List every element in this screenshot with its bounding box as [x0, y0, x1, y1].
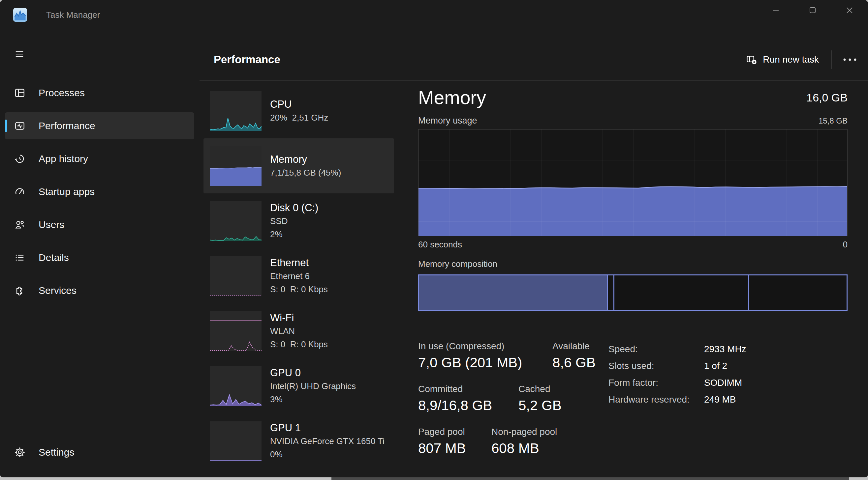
sidebar-item-label: Services [39, 285, 76, 296]
perf-item-stats: 20% 2,51 GHz [270, 111, 328, 124]
stat-in-use: In use (Compressed) 7,0 GB (201 MB) [418, 341, 522, 371]
memory-title: Memory [418, 87, 486, 108]
memory-usage-x-axis: 60 seconds 0 [418, 240, 847, 250]
perf-item-title: Ethernet [270, 256, 328, 270]
perf-item-title: GPU 0 [270, 366, 356, 379]
details-list-icon [13, 251, 26, 264]
perf-item-stats: Ethernet 6 [270, 270, 328, 283]
hamburger-icon [14, 49, 25, 59]
task-manager-app-icon [13, 8, 27, 22]
perf-item-meta: Wi-Fi WLAN S: 0 R: 0 Kbps [270, 311, 328, 351]
sidebar-item-services[interactable]: Services [5, 277, 194, 304]
memory-usage-chart [418, 129, 847, 236]
sidebar-item-startup-apps[interactable]: Startup apps [5, 178, 194, 205]
perf-item-meta: GPU 0 Intel(R) UHD Graphics 3% [270, 366, 356, 406]
sidebar-item-app-history[interactable]: App history [5, 145, 194, 172]
close-icon [846, 7, 853, 14]
disk-sparkline [210, 201, 261, 241]
perf-item-stats: 0% [270, 448, 384, 461]
perf-item-gpu0[interactable]: GPU 0 Intel(R) UHD Graphics 3% [204, 358, 394, 413]
perf-item-meta: GPU 1 NVIDIA GeForce GTX 1650 Ti 0% [270, 421, 384, 461]
sidebar: Processes Performance App history S [0, 30, 199, 477]
memory-composition-bar [418, 274, 847, 311]
sidebar-item-label: Startup apps [39, 186, 95, 197]
titlebar: Task Manager [0, 0, 868, 30]
x-axis-left-label: 60 seconds [418, 240, 462, 250]
window-title: Task Manager [46, 10, 100, 20]
perf-item-title: Memory [270, 153, 341, 166]
sidebar-item-label: Users [39, 219, 64, 230]
perf-item-memory[interactable]: Memory 7,1/15,8 GB (45%) [204, 138, 394, 194]
sidebar-items: Processes Performance App history S [5, 79, 194, 310]
run-new-task-icon [746, 54, 757, 66]
perf-item-title: GPU 1 [270, 421, 384, 435]
run-new-task-button[interactable]: Run new task [740, 50, 825, 70]
sidebar-item-processes[interactable]: Processes [5, 79, 194, 106]
memory-stats: In use (Compressed) 7,0 GB (201 MB) Avai… [418, 341, 847, 466]
maximize-button[interactable] [794, 0, 831, 21]
perf-item-wifi[interactable]: Wi-Fi WLAN S: 0 R: 0 Kbps [204, 303, 394, 358]
memory-usage-label: Memory usage [418, 116, 477, 126]
sidebar-item-performance[interactable]: Performance [5, 112, 194, 139]
stat-cached: Cached 5,2 GB [519, 384, 562, 413]
sidebar-item-settings[interactable]: Settings [5, 439, 194, 466]
perf-item-stats: 7,1/15,8 GB (45%) [270, 166, 341, 179]
perf-item-stats: NVIDIA GeForce GTX 1650 Ti [270, 435, 384, 448]
sidebar-item-users[interactable]: Users [5, 211, 194, 238]
perf-item-title: Disk 0 (C:) [270, 201, 318, 214]
task-manager-window: Task Manager Processes [0, 0, 868, 477]
stat-paged-pool: Paged pool 807 MB [418, 426, 466, 456]
perf-item-meta: Memory 7,1/15,8 GB (45%) [270, 153, 341, 179]
stat-committed: Committed 8,9/16,8 GB [418, 384, 492, 413]
perf-item-stats: S: 0 R: 0 Kbps [270, 338, 328, 351]
selected-indicator [5, 119, 7, 132]
sidebar-bottom: Settings [5, 439, 194, 472]
ethernet-sparkline [210, 256, 261, 296]
history-icon [13, 152, 26, 165]
detail-label: Form factor: [609, 378, 704, 388]
perf-item-meta: Ethernet Ethernet 6 S: 0 R: 0 Kbps [270, 256, 328, 296]
stat-available: Available 8,6 GB [552, 341, 596, 371]
memory-detail-panel: Memory 16,0 GB Memory usage 15,8 GB 60 s… [418, 83, 847, 466]
gpu0-sparkline [210, 366, 261, 406]
window-controls [757, 0, 868, 21]
perf-item-title: CPU [270, 98, 328, 111]
sidebar-item-details[interactable]: Details [5, 244, 194, 271]
performance-device-list: CPU 20% 2,51 GHz Memory 7,1/15,8 GB (45%… [204, 83, 394, 469]
close-button[interactable] [831, 0, 868, 21]
perf-item-ethernet[interactable]: Ethernet Ethernet 6 S: 0 R: 0 Kbps [204, 248, 394, 303]
perf-item-gpu1[interactable]: GPU 1 NVIDIA GeForce GTX 1650 Ti 0% [204, 413, 394, 469]
processes-icon [13, 87, 26, 99]
gpu1-sparkline [210, 421, 261, 461]
performance-content: CPU 20% 2,51 GHz Memory 7,1/15,8 GB (45%… [199, 81, 868, 477]
minimize-button[interactable] [757, 0, 794, 21]
perf-item-stats: SSD [270, 214, 318, 228]
perf-item-stats: WLAN [270, 324, 328, 338]
memory-detail-header: Memory 16,0 GB [418, 87, 847, 108]
ellipsis-icon [843, 58, 857, 62]
x-axis-right-label: 0 [843, 240, 847, 250]
users-icon [13, 218, 26, 231]
memory-composition-segment-standby [614, 275, 749, 310]
sidebar-item-label: Performance [39, 120, 95, 132]
header-divider [831, 50, 832, 69]
memory-composition-segment-free [749, 275, 846, 310]
memory-composition-segment-in-use [419, 275, 608, 310]
memory-hardware-details: Speed: 2933 MHz Slots used: 1 of 2 Form … [609, 344, 746, 405]
perf-item-stats: 2% [270, 228, 318, 241]
sidebar-item-label: Processes [39, 87, 85, 99]
perf-item-disk0[interactable]: Disk 0 (C:) SSD 2% [204, 194, 394, 248]
detail-label: Hardware reserved: [609, 395, 704, 405]
sidebar-item-label: Settings [39, 447, 74, 458]
detail-value: 2933 MHz [704, 344, 746, 354]
gear-icon [13, 446, 26, 458]
main-panel: Performance Run new task [199, 30, 868, 477]
more-options-button[interactable] [838, 50, 861, 69]
memory-usage-scale-max: 15,8 GB [818, 116, 847, 126]
page-header: Performance Run new task [199, 30, 868, 81]
perf-item-cpu[interactable]: CPU 20% 2,51 GHz [204, 83, 394, 138]
startup-icon [13, 185, 26, 198]
menu-toggle-button[interactable] [9, 46, 29, 62]
memory-capacity: 16,0 GB [806, 91, 847, 104]
sidebar-item-label: App history [39, 153, 88, 164]
